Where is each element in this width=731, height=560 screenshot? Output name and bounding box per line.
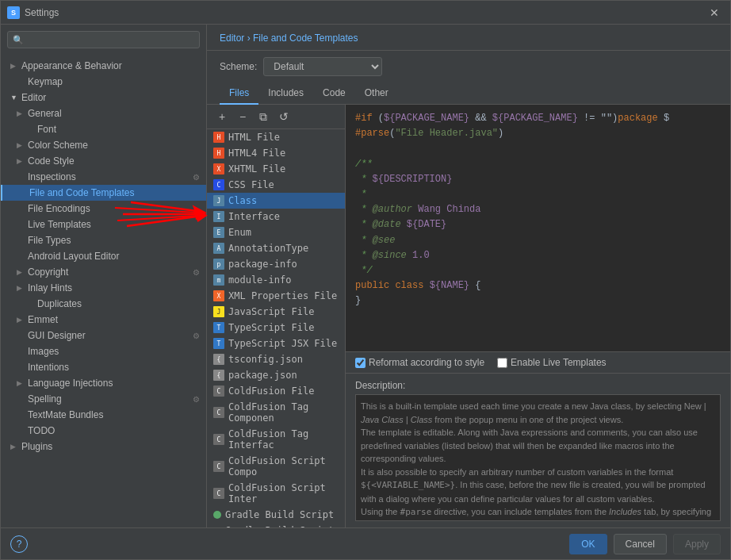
sidebar-item-textmate[interactable]: TextMate Bundles [1,407,206,423]
list-item[interactable]: p package-info [207,256,345,272]
file-list-toolbar: + − ⧉ ↺ [207,105,345,129]
list-item[interactable]: C ColdFusion File [207,383,345,399]
file-item-label: TypeScript JSX File [228,338,337,349]
sidebar-label: Images [28,346,59,357]
copy-template-button[interactable]: ⧉ [255,108,272,125]
sidebar-label: Font [37,124,56,135]
sidebar-item-spelling[interactable]: Spelling ⚙ [1,391,206,407]
reset-template-button[interactable]: ↺ [275,108,293,125]
list-item[interactable]: T TypeScript JSX File [207,336,345,351]
sidebar-item-lang-injections[interactable]: ▶ Language Injections [1,375,206,391]
tab-other[interactable]: Other [355,82,398,105]
sidebar-item-font[interactable]: Font [1,121,206,137]
list-item[interactable]: X XHTML File [207,161,345,177]
sidebar-item-color-scheme[interactable]: ▶ Color Scheme [1,137,206,153]
app-icon: S [7,6,20,19]
tsconfig-icon: { [213,354,224,365]
sidebar-label: Inspections [28,171,76,182]
sidebar-item-copyright[interactable]: ▶ Copyright ⚙ [1,264,206,280]
annotation-file-icon: A [213,243,224,254]
list-item[interactable]: C ColdFusion Script Inter [207,480,345,507]
list-item[interactable]: T TypeScript File [207,320,345,336]
file-item-label: HTML4 File [228,148,285,159]
sidebar-item-live-templates[interactable]: Live Templates [1,217,206,232]
tab-files[interactable]: Files [220,82,258,105]
reformat-checkbox-label[interactable]: Reformat according to style [355,357,484,368]
right-panel: Editor › File and Code Templates Scheme:… [207,25,730,527]
sidebar-label: Spelling [28,393,62,405]
cancel-button[interactable]: Cancel [614,534,667,554]
list-item[interactable]: C ColdFusion Tag Componen [207,399,345,426]
sidebar-item-duplicates[interactable]: Duplicates [1,296,206,312]
file-item-label: Enum [228,227,251,238]
list-item[interactable]: { tsconfig.json [207,351,345,367]
sidebar-item-todo[interactable]: TODO [1,423,206,439]
sidebar-item-gui-designer[interactable]: GUI Designer ⚙ [1,328,206,343]
tab-code[interactable]: Code [313,82,355,105]
help-button[interactable]: ? [10,535,28,553]
file-item-label: HTML File [228,132,280,143]
scheme-select[interactable]: Default Project [263,57,382,76]
sidebar-label: Code Style [28,155,75,167]
list-item[interactable]: m module-info [207,272,345,288]
sidebar-item-file-code-templates[interactable]: File and Code Templates [1,185,206,201]
file-item-label: ColdFusion Tag Componen [228,401,339,424]
code-line: public class ${NAME} { [355,278,721,293]
close-button[interactable]: ✕ [705,5,724,21]
list-item[interactable]: A AnnotationType [207,240,345,256]
sidebar-item-code-style[interactable]: ▶ Code Style [1,153,206,169]
list-item[interactable]: C ColdFusion Script Compo [207,453,345,480]
list-item[interactable]: E Enum [207,224,345,240]
list-item[interactable]: H HTML4 File [207,145,345,161]
apply-button[interactable]: Apply [673,534,721,554]
live-templates-checkbox[interactable] [497,358,507,368]
search-input[interactable] [27,34,194,45]
ok-button[interactable]: OK [569,534,607,554]
tab-includes[interactable]: Includes [258,82,313,105]
sidebar-item-appearance[interactable]: ▶ Appearance & Behavior [1,58,206,74]
list-item[interactable]: I Interface [207,209,345,224]
sidebar-item-images[interactable]: Images [1,343,206,359]
file-item-label: ColdFusion Script Compo [228,455,339,478]
sidebar-label: General [28,108,62,119]
sidebar-item-emmet[interactable]: ▶ Emmet [1,312,206,328]
sidebar-item-editor[interactable]: ▼ Editor [1,90,206,105]
live-templates-checkbox-label[interactable]: Enable Live Templates [497,357,607,368]
sidebar: 🔍 ▶ Appearance & Behavior Keymap ▼ Edito… [1,25,207,527]
file-list-panel: + − ⧉ ↺ H HTML File H HTML4 File [207,105,346,527]
sidebar-item-file-encodings[interactable]: File Encodings [1,201,206,217]
list-item[interactable]: H HTML File [207,129,345,145]
list-item-selected[interactable]: J Class [207,193,345,209]
list-item[interactable]: J JavaScript File [207,304,345,320]
reformat-checkbox[interactable] [355,358,366,368]
arrow-icon: ▶ [17,141,25,149]
live-templates-label: Enable Live Templates [511,357,607,368]
search-box[interactable]: 🔍 [7,31,200,48]
file-item-label: TypeScript File [228,322,314,333]
code-line: * @see [355,233,721,248]
add-template-button[interactable]: + [213,108,231,125]
sidebar-item-plugins[interactable]: ▶ Plugins [1,439,206,455]
list-item[interactable]: C ColdFusion Tag Interfac [207,426,345,453]
code-line: */ [355,263,721,278]
sidebar-label: Inlay Hints [28,282,72,293]
cf-script-comp-icon: C [213,461,224,472]
sidebar-item-android[interactable]: Android Layout Editor [1,248,206,264]
sidebar-item-inlay-hints[interactable]: ▶ Inlay Hints [1,280,206,296]
sidebar-item-keymap[interactable]: Keymap [1,74,206,90]
list-item[interactable]: Gradle Build Script [207,507,345,523]
sidebar-item-intentions[interactable]: Intentions [1,359,206,375]
list-item[interactable]: X XML Properties File [207,288,345,304]
sidebar-item-inspections[interactable]: Inspections ⚙ [1,169,206,185]
list-item[interactable]: C CSS File [207,177,345,193]
sidebar-item-general[interactable]: ▶ General [1,105,206,121]
ts-file-icon: T [213,322,224,333]
remove-template-button[interactable]: − [234,108,251,125]
file-item-label: Gradle Build Script [225,509,334,520]
arrow-icon: ▶ [17,316,25,324]
list-item[interactable]: { package.json [207,367,345,383]
code-editor[interactable]: #if (${PACKAGE_NAME} && ${PACKAGE_NAME} … [346,105,730,351]
xml-props-icon: X [213,290,224,301]
sidebar-item-file-types[interactable]: File Types [1,232,206,248]
code-line: /** [355,157,721,172]
